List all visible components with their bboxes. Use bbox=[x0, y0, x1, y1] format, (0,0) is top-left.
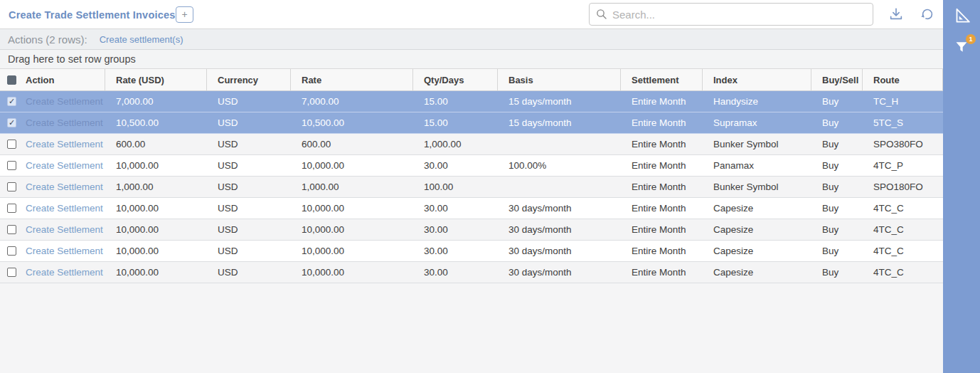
table-row[interactable]: Create Settlement600.00USD600.001,000.00… bbox=[0, 134, 943, 155]
create-settlements-link[interactable]: Create settlement(s) bbox=[100, 34, 183, 45]
cell-rate: 1,000.00 bbox=[291, 177, 413, 197]
cell-route: 4TC_C bbox=[863, 219, 943, 240]
cell-index: Capesize bbox=[703, 262, 811, 283]
undo-icon[interactable] bbox=[919, 6, 934, 22]
title-bar: Create Trade Settlement Invoices + bbox=[0, 0, 943, 29]
create-settlement-link[interactable]: Create Settlement bbox=[26, 267, 103, 278]
add-button[interactable]: + bbox=[176, 6, 193, 23]
column-header-currency[interactable]: Currency bbox=[207, 69, 291, 90]
cell-currency: USD bbox=[207, 241, 291, 261]
column-header-qty-days[interactable]: Qty/Days bbox=[413, 69, 498, 90]
row-checkbox[interactable] bbox=[7, 182, 16, 191]
cell-action: Create Settlement bbox=[0, 219, 105, 240]
select-all-checkbox[interactable] bbox=[7, 75, 16, 85]
cell-action: Create Settlement bbox=[0, 241, 105, 261]
row-checkbox[interactable] bbox=[7, 246, 16, 256]
row-checkbox[interactable] bbox=[7, 268, 16, 277]
column-header-rate[interactable]: Rate bbox=[291, 69, 413, 90]
cell-route: 4TC_C bbox=[863, 241, 943, 261]
actions-label: Actions (2 rows): bbox=[8, 33, 87, 46]
row-checkbox[interactable] bbox=[7, 225, 16, 234]
create-settlement-link[interactable]: Create Settlement bbox=[26, 182, 103, 192]
cell-basis: 100.00% bbox=[498, 155, 621, 176]
table-row[interactable]: Create Settlement10,000.00USD10,000.0030… bbox=[0, 198, 943, 219]
cell-currency: USD bbox=[207, 198, 291, 219]
cell-currency: USD bbox=[207, 91, 291, 112]
download-icon[interactable] bbox=[888, 6, 904, 22]
cell-qty_days: 30.00 bbox=[413, 198, 498, 219]
row-checkbox[interactable] bbox=[7, 204, 16, 213]
row-groups-dropzone[interactable]: Drag here to set row groups bbox=[0, 50, 943, 69]
create-settlement-link[interactable]: Create Settlement bbox=[26, 96, 103, 107]
create-settlement-link[interactable]: Create Settlement bbox=[26, 224, 103, 235]
pivot-mode-button[interactable] bbox=[952, 6, 971, 26]
cell-route: SPO380FO bbox=[863, 134, 943, 154]
column-header-basis[interactable]: Basis bbox=[498, 69, 621, 90]
app-window: Create Trade Settlement Invoices + bbox=[0, 0, 980, 373]
table-row[interactable]: Create Settlement10,000.00USD10,000.0030… bbox=[0, 241, 943, 262]
create-settlement-link[interactable]: Create Settlement bbox=[26, 246, 103, 256]
cell-settlement: Entire Month bbox=[621, 177, 703, 197]
cell-rate_usd: 1,000.00 bbox=[105, 177, 207, 197]
cell-settlement: Entire Month bbox=[621, 112, 703, 133]
table-row[interactable]: ✓Create Settlement7,000.00USD7,000.0015.… bbox=[0, 91, 943, 112]
table-row[interactable]: Create Settlement1,000.00USD1,000.00100.… bbox=[0, 177, 943, 198]
cell-action: Create Settlement bbox=[0, 134, 105, 154]
column-header-settlement[interactable]: Settlement bbox=[621, 69, 703, 90]
column-header-route[interactable]: Route bbox=[863, 69, 943, 90]
create-settlement-link[interactable]: Create Settlement bbox=[26, 117, 103, 128]
toolbar-icons bbox=[888, 6, 934, 22]
column-header-buy-sell[interactable]: Buy/Sell bbox=[811, 69, 863, 90]
cell-basis: 30 days/month bbox=[498, 198, 621, 219]
create-settlement-link[interactable]: Create Settlement bbox=[26, 139, 103, 149]
cell-qty_days: 30.00 bbox=[413, 262, 498, 283]
page-title: Create Trade Settlement Invoices bbox=[9, 9, 175, 21]
create-settlement-link[interactable]: Create Settlement bbox=[26, 160, 103, 171]
column-header-rate-usd[interactable]: Rate (USD) bbox=[105, 69, 207, 90]
cell-currency: USD bbox=[207, 219, 291, 240]
filter-panel-button[interactable]: 1 bbox=[952, 37, 971, 57]
cell-rate_usd: 7,000.00 bbox=[105, 91, 207, 112]
cell-index: Supramax bbox=[703, 112, 811, 133]
cell-qty_days: 1,000.00 bbox=[413, 134, 498, 154]
cell-route: 4TC_P bbox=[863, 155, 943, 176]
cell-rate: 10,000.00 bbox=[291, 155, 413, 176]
table-row[interactable]: Create Settlement10,000.00USD10,000.0030… bbox=[0, 219, 943, 241]
cell-action: ✓Create Settlement bbox=[0, 91, 105, 112]
table-row[interactable]: ✓Create Settlement10,500.00USD10,500.001… bbox=[0, 112, 943, 134]
cell-rate: 10,000.00 bbox=[291, 262, 413, 283]
create-settlement-link[interactable]: Create Settlement bbox=[26, 203, 103, 214]
cell-currency: USD bbox=[207, 134, 291, 154]
row-checkbox[interactable] bbox=[7, 161, 16, 170]
column-header-index[interactable]: Index bbox=[703, 69, 811, 90]
cell-buy_sell: Buy bbox=[811, 262, 863, 283]
cell-basis bbox=[498, 134, 621, 154]
cell-rate_usd: 10,000.00 bbox=[105, 155, 207, 176]
cell-currency: USD bbox=[207, 155, 291, 176]
cell-qty_days: 30.00 bbox=[413, 155, 498, 176]
column-header-action[interactable]: Action bbox=[0, 69, 105, 90]
cell-settlement: Entire Month bbox=[621, 219, 703, 240]
cell-basis: 30 days/month bbox=[498, 241, 621, 261]
search-box bbox=[589, 3, 873, 26]
cell-buy_sell: Buy bbox=[811, 91, 863, 112]
search-input[interactable] bbox=[589, 3, 873, 26]
row-checkbox[interactable]: ✓ bbox=[7, 97, 16, 106]
cell-rate: 10,000.00 bbox=[291, 219, 413, 240]
row-checkbox[interactable] bbox=[7, 140, 16, 149]
actions-bar: Actions (2 rows): Create settlement(s) bbox=[0, 29, 943, 50]
cell-settlement: Entire Month bbox=[621, 198, 703, 219]
table-row[interactable]: Create Settlement10,000.00USD10,000.0030… bbox=[0, 262, 943, 283]
filter-badge: 1 bbox=[966, 34, 976, 44]
row-checkbox[interactable]: ✓ bbox=[7, 118, 16, 127]
cell-buy_sell: Buy bbox=[811, 134, 863, 154]
cell-index: Capesize bbox=[703, 198, 811, 219]
column-header-label: Action bbox=[26, 75, 54, 85]
table-row[interactable]: Create Settlement10,000.00USD10,000.0030… bbox=[0, 155, 943, 177]
cell-qty_days: 30.00 bbox=[413, 219, 498, 240]
cell-qty_days: 100.00 bbox=[413, 177, 498, 197]
cell-index: Capesize bbox=[703, 219, 811, 240]
cell-buy_sell: Buy bbox=[811, 241, 863, 261]
cell-buy_sell: Buy bbox=[811, 198, 863, 219]
cell-rate_usd: 600.00 bbox=[105, 134, 207, 154]
